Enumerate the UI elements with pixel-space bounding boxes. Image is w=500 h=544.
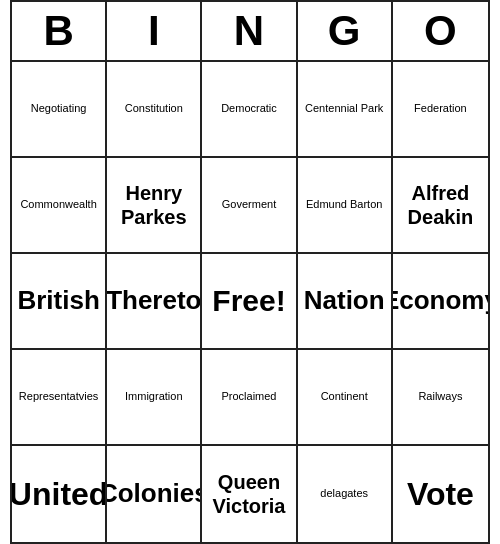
bingo-cell-16: Immigration [107, 350, 202, 446]
bingo-cell-12: Free! [202, 254, 297, 350]
header-letter-g: G [298, 2, 393, 60]
bingo-cell-23: delagates [298, 446, 393, 542]
bingo-cell-21: Colonies [107, 446, 202, 542]
bingo-cell-1: Constitution [107, 62, 202, 158]
bingo-cell-13: Nation [298, 254, 393, 350]
cell-text-7: Goverment [222, 198, 276, 211]
cell-text-10: British [17, 285, 99, 316]
cell-text-11: Thereto [107, 285, 201, 316]
cell-text-14: Economy [393, 285, 488, 316]
cell-text-6: Henry Parkes [111, 181, 196, 229]
bingo-cell-10: British [12, 254, 107, 350]
bingo-cell-14: Economy [393, 254, 488, 350]
bingo-header: BINGO [12, 2, 488, 62]
cell-text-23: delagates [320, 487, 368, 500]
bingo-cell-20: United [12, 446, 107, 542]
cell-text-5: Commonwealth [20, 198, 96, 211]
cell-text-18: Continent [321, 390, 368, 403]
bingo-cell-0: Negotiating [12, 62, 107, 158]
cell-text-15: Representatvies [19, 390, 99, 403]
bingo-cell-2: Democratic [202, 62, 297, 158]
bingo-cell-22: Queen Victoria [202, 446, 297, 542]
bingo-cell-3: Centennial Park [298, 62, 393, 158]
cell-text-22: Queen Victoria [206, 470, 291, 518]
cell-text-1: Constitution [125, 102, 183, 115]
bingo-cell-5: Commonwealth [12, 158, 107, 254]
bingo-cell-9: Alfred Deakin [393, 158, 488, 254]
cell-text-0: Negotiating [31, 102, 87, 115]
bingo-cell-6: Henry Parkes [107, 158, 202, 254]
bingo-cell-4: Federation [393, 62, 488, 158]
cell-text-13: Nation [304, 285, 385, 316]
cell-text-19: Railways [418, 390, 462, 403]
header-letter-i: I [107, 2, 202, 60]
cell-text-21: Colonies [107, 478, 202, 509]
cell-text-16: Immigration [125, 390, 182, 403]
header-letter-b: B [12, 2, 107, 60]
bingo-cell-8: Edmund Barton [298, 158, 393, 254]
header-letter-o: O [393, 2, 488, 60]
bingo-cell-15: Representatvies [12, 350, 107, 446]
bingo-card: BINGO NegotiatingConstitutionDemocraticC… [10, 0, 490, 544]
cell-text-17: Proclaimed [221, 390, 276, 403]
cell-text-8: Edmund Barton [306, 198, 382, 211]
bingo-cell-11: Thereto [107, 254, 202, 350]
cell-text-9: Alfred Deakin [397, 181, 484, 229]
cell-text-3: Centennial Park [305, 102, 383, 115]
bingo-cell-18: Continent [298, 350, 393, 446]
cell-text-24: Vote [407, 475, 474, 513]
header-letter-n: N [202, 2, 297, 60]
bingo-cell-17: Proclaimed [202, 350, 297, 446]
cell-text-20: United [12, 475, 107, 513]
bingo-grid: NegotiatingConstitutionDemocraticCentenn… [12, 62, 488, 542]
bingo-cell-24: Vote [393, 446, 488, 542]
cell-text-12: Free! [212, 283, 285, 319]
cell-text-2: Democratic [221, 102, 277, 115]
cell-text-4: Federation [414, 102, 467, 115]
bingo-cell-19: Railways [393, 350, 488, 446]
bingo-cell-7: Goverment [202, 158, 297, 254]
